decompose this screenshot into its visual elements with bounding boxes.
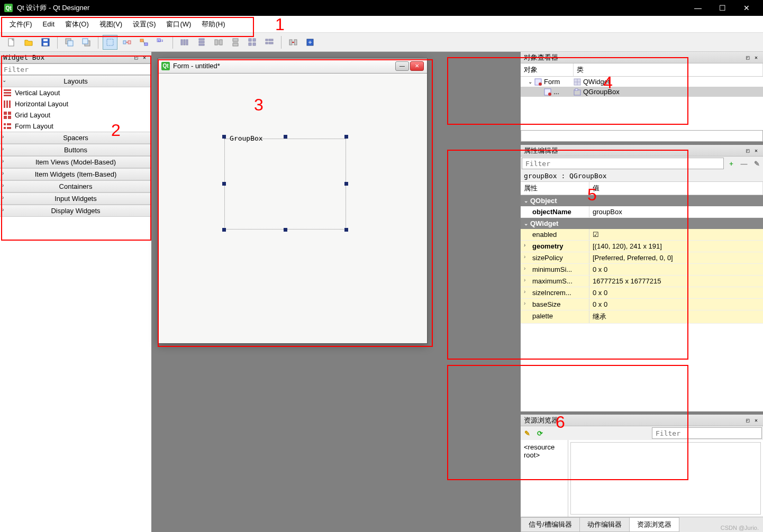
adjust-size-icon[interactable] bbox=[303, 35, 317, 50]
groupbox-widget[interactable]: GroupBox bbox=[224, 137, 346, 230]
menu-edit[interactable]: Edit bbox=[38, 18, 60, 30]
tree-row-groupbox[interactable]: ... QGroupBox bbox=[521, 87, 763, 97]
dock-float-icon[interactable]: ◰ bbox=[744, 417, 751, 424]
resize-handle-icon[interactable] bbox=[222, 182, 226, 186]
minimize-button[interactable]: — bbox=[686, 0, 710, 16]
chevron-right-icon[interactable]: › bbox=[524, 265, 525, 271]
layout-grid-icon[interactable] bbox=[245, 35, 260, 50]
edit-resource-icon[interactable]: ✎ bbox=[522, 428, 532, 438]
widget-vertical-layout[interactable]: Vertical Layout bbox=[0, 87, 151, 98]
form-close-button[interactable]: ✕ bbox=[410, 61, 424, 71]
resource-tree[interactable]: <resource root> bbox=[521, 440, 568, 517]
svg-rect-21 bbox=[199, 41, 204, 43]
menu-window[interactable]: 窗口(W) bbox=[161, 17, 196, 31]
resize-handle-icon[interactable] bbox=[284, 228, 287, 232]
dock-close-icon[interactable]: ✕ bbox=[752, 417, 760, 424]
category-input-widgets[interactable]: ›Input Widgets bbox=[0, 192, 151, 205]
open-file-icon[interactable] bbox=[21, 35, 36, 50]
prop-row-sizeincrement[interactable]: ›sizeIncrem...0 x 0 bbox=[521, 287, 763, 299]
menu-form[interactable]: 窗体(O) bbox=[60, 17, 94, 31]
dock-float-icon[interactable]: ◰ bbox=[744, 54, 751, 61]
chevron-right-icon[interactable]: › bbox=[524, 277, 525, 283]
svg-rect-42 bbox=[4, 95, 11, 96]
prop-row-palette[interactable]: palette继承 bbox=[521, 310, 763, 324]
category-containers[interactable]: ›Containers bbox=[0, 180, 151, 192]
category-buttons[interactable]: ›Buttons bbox=[0, 144, 151, 156]
layout-vsplitter-icon[interactable] bbox=[228, 35, 243, 50]
save-file-icon[interactable] bbox=[38, 35, 53, 50]
remove-property-icon[interactable]: — bbox=[739, 158, 749, 169]
chevron-right-icon[interactable]: › bbox=[524, 254, 525, 260]
resource-filter[interactable] bbox=[652, 427, 762, 439]
resize-handle-icon[interactable] bbox=[344, 135, 348, 139]
new-file-icon[interactable] bbox=[4, 35, 19, 50]
menu-file[interactable]: 文件(F) bbox=[4, 17, 38, 31]
menu-settings[interactable]: 设置(S) bbox=[128, 17, 161, 31]
send-back-icon[interactable] bbox=[62, 35, 77, 50]
menu-view[interactable]: 视图(V) bbox=[94, 17, 128, 31]
prop-group-qobject[interactable]: ⌄QObject bbox=[521, 195, 763, 206]
dock-float-icon[interactable]: ◰ bbox=[132, 54, 140, 61]
edit-buddies-icon[interactable] bbox=[137, 35, 151, 50]
layout-hsplitter-icon[interactable] bbox=[211, 35, 226, 50]
form-minimize-button[interactable]: — bbox=[395, 61, 409, 71]
chevron-right-icon[interactable]: › bbox=[524, 300, 525, 306]
tree-row-form[interactable]: ⌄ Form QWidget bbox=[521, 77, 763, 87]
prop-group-qwidget[interactable]: ⌄QWidget bbox=[521, 218, 763, 229]
object-tree[interactable]: 对象 类 ⌄ Form QWidget bbox=[521, 63, 763, 130]
prop-row-geometry[interactable]: ›geometry[(140, 120), 241 x 191] bbox=[521, 241, 763, 252]
widget-grid-layout[interactable]: Grid Layout bbox=[0, 109, 151, 121]
prop-row-enabled[interactable]: enabled☑ bbox=[521, 229, 763, 241]
category-item-widgets[interactable]: ›Item Widgets (Item-Based) bbox=[0, 168, 151, 180]
prop-row-maxsize[interactable]: ›maximumS...16777215 x 16777215 bbox=[521, 276, 763, 287]
resize-handle-icon[interactable] bbox=[284, 135, 287, 139]
svg-rect-7 bbox=[83, 39, 88, 44]
dock-close-icon[interactable]: ✕ bbox=[752, 147, 760, 154]
prop-row-objectname[interactable]: objectNamegroupBox bbox=[521, 206, 763, 218]
resize-handle-icon[interactable] bbox=[222, 228, 226, 232]
layout-vertical-icon[interactable] bbox=[194, 35, 209, 50]
category-layouts[interactable]: ⌄Layouts bbox=[0, 75, 151, 87]
prop-row-sizepolicy[interactable]: ›sizePolicy[Preferred, Preferred, 0, 0] bbox=[521, 252, 763, 264]
menu-help[interactable]: 帮助(H) bbox=[196, 17, 230, 31]
property-table[interactable]: ⌄QObject objectNamegroupBox ⌄QWidget ena… bbox=[521, 195, 763, 411]
svg-rect-32 bbox=[253, 43, 256, 45]
reload-resource-icon[interactable]: ⟳ bbox=[534, 428, 545, 438]
svg-line-14 bbox=[143, 41, 144, 44]
chevron-right-icon[interactable]: › bbox=[524, 289, 525, 295]
resize-handle-icon[interactable] bbox=[344, 228, 348, 232]
edit-taborder-icon[interactable]: 123 bbox=[153, 35, 168, 50]
form-window[interactable]: Qt Form - untitled* — ✕ GroupBox bbox=[158, 58, 428, 344]
chevron-down-icon[interactable]: ⌄ bbox=[528, 79, 532, 85]
resize-handle-icon[interactable] bbox=[222, 135, 226, 139]
resize-handle-icon[interactable] bbox=[344, 182, 348, 186]
prop-row-basesize[interactable]: ›baseSize0 x 0 bbox=[521, 299, 763, 310]
widget-box-filter[interactable] bbox=[0, 63, 151, 75]
tab-action-editor[interactable]: 动作编辑器 bbox=[579, 517, 630, 532]
widget-horizontal-layout[interactable]: Horizontal Layout bbox=[0, 98, 151, 109]
break-layout-icon[interactable] bbox=[286, 35, 301, 50]
configure-icon[interactable]: ✎ bbox=[751, 158, 762, 169]
category-item-views[interactable]: ›Item Views (Model-Based) bbox=[0, 156, 151, 168]
chevron-right-icon[interactable]: › bbox=[524, 242, 525, 248]
form-canvas[interactable]: GroupBox bbox=[158, 74, 427, 343]
prop-row-minsize[interactable]: ›minimumSi...0 x 0 bbox=[521, 264, 763, 276]
maximize-button[interactable]: ☐ bbox=[710, 0, 734, 16]
category-display-widgets[interactable]: ›Display Widgets bbox=[0, 205, 151, 217]
bring-front-icon[interactable] bbox=[79, 35, 94, 50]
add-property-icon[interactable]: + bbox=[726, 158, 737, 169]
close-button[interactable]: ✕ bbox=[734, 0, 759, 16]
dock-close-icon[interactable]: ✕ bbox=[141, 54, 148, 61]
dock-close-icon[interactable]: ✕ bbox=[752, 54, 760, 61]
layout-horizontal-icon[interactable] bbox=[177, 35, 192, 50]
object-inspector-filter[interactable] bbox=[521, 130, 763, 142]
tab-signals-slots[interactable]: 信号/槽编辑器 bbox=[521, 517, 580, 532]
dock-float-icon[interactable]: ◰ bbox=[744, 147, 751, 154]
tab-resource-browser[interactable]: 资源浏览器 bbox=[629, 517, 679, 532]
edit-widgets-icon[interactable] bbox=[103, 35, 117, 50]
layout-form-icon[interactable] bbox=[262, 35, 277, 50]
property-filter[interactable] bbox=[522, 158, 724, 169]
edit-signals-icon[interactable] bbox=[120, 35, 134, 50]
widget-form-layout[interactable]: Form Layout bbox=[0, 121, 151, 132]
category-spacers[interactable]: ›Spacers bbox=[0, 132, 151, 144]
